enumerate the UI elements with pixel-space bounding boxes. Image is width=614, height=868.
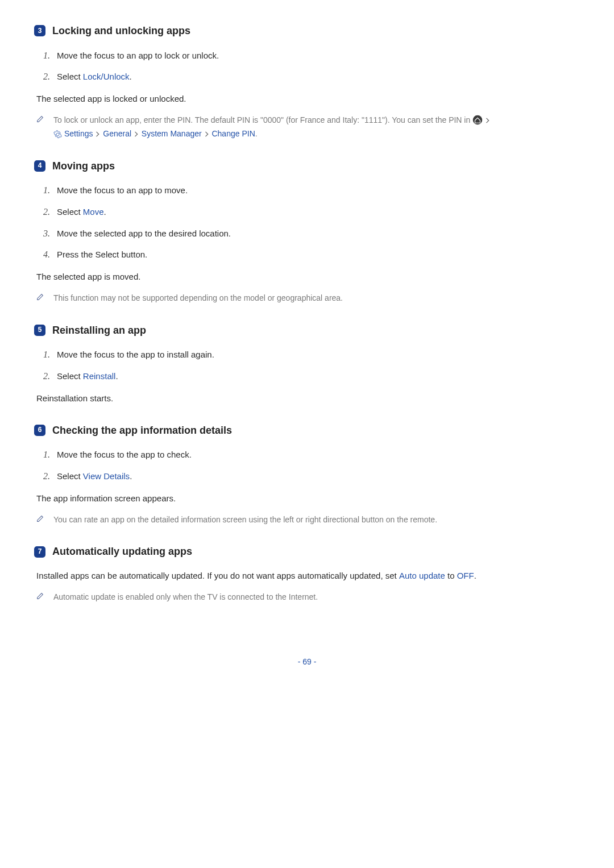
badge-icon: 5 (34, 325, 45, 336)
body-text: Installed apps can be automatically upda… (36, 569, 578, 583)
step-number: 2. (34, 205, 50, 219)
link-view-details: View Details (83, 471, 130, 481)
home-icon (472, 115, 483, 124)
step-text: Press the Select button. (57, 248, 147, 261)
chevron-right-icon (485, 117, 491, 124)
badge-icon: 7 (34, 546, 45, 558)
section-heading: Checking the app information details (52, 422, 232, 439)
step-text: Select Reinstall. (57, 369, 118, 383)
step-text: Move the focus to an app to move. (57, 184, 188, 197)
section-title-7: 7 Automatically updating apps (34, 543, 580, 560)
result-text: The selected app is moved. (36, 270, 578, 284)
step-item: 1. Move the focus to the app to check. (34, 447, 580, 462)
step-number: 1. (34, 183, 50, 198)
section-title-4: 4 Moving apps (34, 158, 580, 175)
note-simple: This function may not be supported depen… (36, 292, 578, 305)
section-title-3: 3 Locking and unlocking apps (34, 23, 580, 39)
link-reinstall: Reinstall (83, 371, 116, 381)
step-number: 4. (34, 247, 50, 262)
step-number: 2. (34, 469, 50, 484)
section-title-5: 5 Reinstalling an app (34, 322, 580, 339)
step-text: Move the focus to an app to lock or unlo… (57, 49, 219, 63)
breadcrumb-general: General (103, 129, 131, 138)
step-number: 1. (34, 447, 50, 462)
pen-icon (36, 513, 53, 522)
section-heading: Moving apps (52, 158, 115, 175)
link-move: Move (83, 207, 104, 217)
section-heading: Reinstalling an app (52, 322, 146, 339)
step-item: 1. Move the focus to an app to move. (34, 183, 580, 198)
breadcrumb-settings: Settings (64, 129, 93, 138)
step-text: Move the focus to the app to check. (57, 448, 192, 462)
section-heading: Locking and unlocking apps (52, 23, 190, 39)
step-number: 2. (34, 369, 50, 384)
step-number: 1. (34, 48, 50, 63)
step-item: 4. Press the Select button. (34, 247, 580, 262)
step-item: 1. Move the focus to the app to install … (34, 347, 580, 362)
chevron-right-icon (204, 130, 210, 138)
note-simple: Automatic update is enabled only when th… (36, 591, 578, 604)
note-simple: You can rate an app on the detailed info… (36, 513, 578, 527)
note-pin: To lock or unlock an app, enter the PIN.… (36, 114, 578, 141)
step-text: Select Move. (57, 205, 106, 219)
link-lock-unlock: Lock/Unlock (83, 72, 130, 81)
section-title-6: 6 Checking the app information details (34, 422, 580, 439)
link-auto-update: Auto update (399, 571, 445, 580)
badge-icon: 6 (34, 425, 45, 436)
gear-icon (53, 129, 62, 138)
step-item: 2. Select Move. (34, 205, 580, 219)
result-text: The selected app is locked or unlocked. (36, 92, 578, 106)
step-item: 3. Move the selected app to the desired … (34, 226, 580, 241)
badge-icon: 3 (34, 25, 45, 36)
chevron-right-icon (134, 130, 139, 138)
result-text: The app information screen appears. (36, 492, 578, 505)
step-text: Move the focus to the app to install aga… (57, 348, 214, 362)
step-item: 2. Select Reinstall. (34, 369, 580, 384)
pen-icon (36, 292, 53, 301)
pen-icon (36, 114, 53, 123)
pen-icon (36, 591, 53, 600)
breadcrumb-change-pin: Change PIN (211, 129, 255, 138)
breadcrumb-system-manager: System Manager (142, 129, 202, 138)
step-item: 2. Select Lock/Unlock. (34, 69, 580, 84)
step-number: 3. (34, 226, 50, 241)
step-text: Select View Details. (57, 470, 132, 483)
badge-icon: 4 (34, 160, 45, 172)
page-number: - 69 - (34, 655, 580, 668)
link-off: OFF (457, 571, 474, 580)
step-item: 1. Move the focus to an app to lock or u… (34, 48, 580, 63)
section-heading: Automatically updating apps (52, 543, 192, 560)
step-text: Move the selected app to the desired loc… (57, 227, 231, 240)
result-text: Reinstallation starts. (36, 392, 578, 405)
chevron-right-icon (95, 130, 101, 138)
step-item: 2. Select View Details. (34, 469, 580, 484)
step-number: 2. (34, 69, 50, 84)
step-text: Select Lock/Unlock. (57, 70, 132, 84)
step-number: 1. (34, 347, 50, 362)
